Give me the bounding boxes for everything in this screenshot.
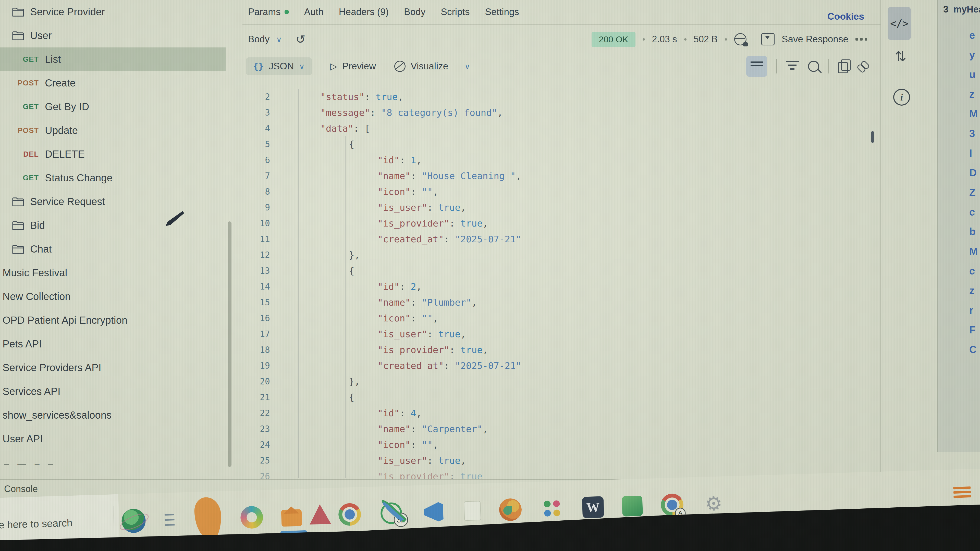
editor-scrollbar[interactable] [871, 131, 874, 143]
unsaved-dot-icon [285, 10, 289, 14]
divider [829, 59, 829, 73]
sidebar-item-label: Services API [3, 386, 60, 397]
format-label: JSON [269, 61, 294, 72]
tab-scripts[interactable]: Scripts [441, 6, 469, 17]
filter-icon[interactable] [786, 61, 799, 72]
link-icon[interactable] [857, 61, 869, 72]
tab-headers-9[interactable]: Headers (9) [339, 6, 389, 17]
chevron-down-icon[interactable]: ∨ [465, 62, 470, 71]
preview-icon: ▷ [330, 61, 337, 72]
earth-icon[interactable] [121, 508, 146, 533]
vscode-icon[interactable] [422, 500, 446, 524]
sidebar-item-opd-patient-api-encryption[interactable]: OPD Patient Api Encryption [0, 308, 242, 332]
network-lock-icon[interactable] [734, 33, 746, 45]
paint-house-icon[interactable] [281, 509, 302, 527]
clipped-letter: Z [969, 187, 978, 197]
console-button[interactable]: Console [4, 484, 38, 494]
sidebar-item-show-services-saloons[interactable]: show_services&saloons [0, 403, 242, 427]
sidebar-item-status-change[interactable]: GETStatus Change [0, 166, 242, 190]
sidebar-item-pets-api[interactable]: Pets API [0, 332, 242, 356]
preview-tab[interactable]: ▷ Preview [330, 61, 376, 72]
green-cube-icon[interactable] [622, 495, 643, 516]
line-number: 6 [242, 155, 281, 165]
wrap-text-icon[interactable] [746, 56, 767, 77]
sidebar-scrollbar[interactable] [228, 221, 231, 467]
tab-label: Headers (9) [339, 6, 389, 17]
copy-icon[interactable] [838, 62, 848, 73]
chevron-down-icon: ∨ [299, 62, 305, 71]
code-line: 18"is_provider": true, [242, 342, 880, 358]
sidebar-item-service-request[interactable]: Service Request [0, 190, 242, 213]
clipped-letter: M [969, 246, 978, 256]
sidebar-item-label: Service Providers API [3, 362, 101, 373]
sidebar-item-update[interactable]: POSTUpdate [0, 119, 242, 142]
tab-label: Auth [304, 6, 323, 17]
method-badge-get: GET [10, 55, 39, 64]
code-text: "id": 1, [281, 155, 422, 165]
sidebar-item-service-providers-api[interactable]: Service Providers API [0, 356, 242, 380]
firefox-icon[interactable] [499, 498, 522, 521]
code-snippet-button[interactable]: </> [888, 6, 911, 40]
chevron-down-icon[interactable]: ∨ [276, 35, 282, 44]
response-body-editor[interactable]: 2"status": true,3"message": "8 category(… [242, 85, 880, 480]
window-app-icon[interactable] [464, 501, 481, 521]
tab-body[interactable]: Body [404, 6, 425, 17]
code-line: 15"name": "Plumber", [242, 294, 880, 310]
save-response-button[interactable]: Save Response [782, 34, 848, 44]
word-icon[interactable]: W [582, 496, 604, 518]
sidebar-item-label: Chat [30, 243, 52, 255]
code-line: 4"data": [ [242, 121, 880, 136]
sidebar-item-list[interactable]: GETList [0, 48, 242, 71]
format-dropdown[interactable]: {} JSON ∨ [246, 57, 312, 75]
code-line: 12}, [242, 247, 880, 263]
code-line: 2"status": true, [242, 89, 880, 105]
response-stats: 200 OK 2.03 s 502 B Save Response [592, 32, 867, 47]
clipped-letter: I [969, 148, 978, 158]
background-window-header: 3myHea [943, 4, 980, 15]
badge-count: A [675, 508, 686, 519]
gear-icon[interactable]: ⚙ [701, 491, 726, 516]
cookies-link[interactable]: Cookies [827, 11, 864, 22]
code-line: 22"id": 4, [242, 405, 880, 421]
sidebar-item-label: Music Festival [3, 267, 67, 279]
sidebar-item-new-collection[interactable]: New Collection [0, 285, 242, 308]
more-options-icon[interactable] [856, 38, 867, 41]
edge-browser-icon[interactable] [240, 506, 263, 529]
clipped-letter: D [969, 168, 978, 178]
sidebar-item-label: show_services&saloons [3, 410, 111, 421]
code-text: { [281, 265, 355, 276]
code-line: 23"name": "Carpenter", [242, 421, 880, 437]
sidebar-item-chat[interactable]: Chat [0, 237, 242, 261]
sidebar-item-service-provider[interactable]: Service Provider [0, 0, 242, 24]
sidebar-item-music-festival[interactable]: Music Festival [0, 261, 242, 285]
code-text: "is_user": true, [281, 329, 466, 339]
app-grid-icon[interactable] [540, 496, 565, 521]
visualize-tab[interactable]: Visualize [394, 61, 448, 72]
sidebar-item-bid[interactable]: Bid [0, 213, 242, 237]
scroll-arrows-icon[interactable]: ⇅ [895, 48, 906, 65]
code-line: 13{ [242, 263, 880, 279]
sidebar-item-delete[interactable]: DELDELETE [0, 142, 242, 166]
chrome-icon[interactable] [338, 503, 361, 526]
response-body-dropdown[interactable]: Body [248, 34, 269, 44]
tab-params[interactable]: Params [248, 6, 289, 17]
history-icon[interactable]: ↺ [296, 32, 305, 46]
people-orange-icon[interactable] [193, 507, 223, 531]
sidebar-item-services-api[interactable]: Services API [0, 380, 242, 403]
sidebar-item-label: Pets API [3, 338, 41, 350]
info-icon[interactable]: i [893, 89, 910, 106]
clipped-letter: c [969, 266, 978, 276]
clipped-letter: b [969, 227, 978, 237]
method-badge-get: GET [10, 174, 39, 182]
chrome-profile-icon[interactable]: A [660, 493, 684, 516]
sidebar-item-user[interactable]: User [0, 24, 242, 48]
sidebar-item-user-api[interactable]: User API [0, 427, 242, 451]
task-list-icon[interactable] [164, 508, 176, 532]
method-badge-post: POST [10, 79, 39, 87]
sidebar-item-create[interactable]: POSTCreate [0, 71, 242, 95]
tab-auth[interactable]: Auth [304, 6, 323, 17]
whatsapp-icon[interactable]: 32 [379, 501, 404, 526]
tab-settings[interactable]: Settings [485, 6, 519, 17]
sidebar-item-get-by-id[interactable]: GETGet By ID [0, 95, 242, 119]
search-icon[interactable] [808, 61, 819, 72]
